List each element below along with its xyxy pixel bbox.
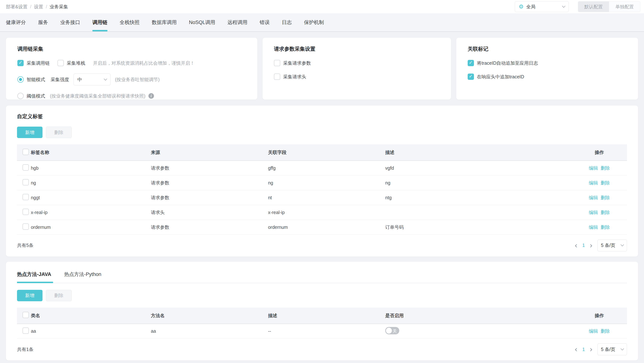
collect-trace-checkbox[interactable] <box>18 60 24 66</box>
cell-desc: -- <box>268 324 385 338</box>
delete-link[interactable]: 删除 <box>600 328 610 334</box>
chevron-down-icon <box>562 4 565 8</box>
column-header: 操作 <box>572 144 627 160</box>
tab-trace[interactable]: 调用链 <box>92 13 108 32</box>
cell-desc: ng <box>385 176 572 190</box>
card-title: 请求参数采集设置 <box>274 46 440 52</box>
next-page-icon[interactable]: › <box>590 242 592 249</box>
cell-tag-name: hgb <box>31 160 151 176</box>
collect-request-headers-label: 采集请求头 <box>283 74 306 80</box>
edit-link[interactable]: 编辑 <box>589 224 598 230</box>
tab-hot-methods-java[interactable]: 热点方法-JAVA <box>17 269 51 283</box>
page-number[interactable]: 1 <box>582 243 585 248</box>
delete-link[interactable]: 删除 <box>600 224 610 230</box>
threshold-mode-hint: (按业务健康度阈值采集全部错误和慢请求快照) <box>50 93 146 99</box>
add-tag-button[interactable]: 新增 <box>17 126 42 138</box>
smart-mode-radio[interactable] <box>18 76 24 82</box>
cell-field: ordernum <box>268 220 385 234</box>
edit-link[interactable]: 编辑 <box>589 210 598 216</box>
trace-collection-card: 调用链采集 采集调用链 采集堆栈 开启后，对系统资源消耗占比会增加，谨慎开启！ … <box>6 38 257 100</box>
cell-method-name: aa <box>151 324 268 338</box>
edit-link[interactable]: 编辑 <box>589 180 598 186</box>
cell-source: 请求头 <box>151 205 268 220</box>
scope-select[interactable]: ⚙ 全局 <box>515 1 569 12</box>
collect-stack-label: 采集堆栈 <box>67 60 85 66</box>
tab-hot-methods-python[interactable]: 热点方法-Python <box>64 269 101 283</box>
tab-error[interactable]: 错误 <box>260 13 270 32</box>
prev-page-icon[interactable]: ‹ <box>574 346 578 353</box>
column-header: 关联字段 <box>268 144 385 160</box>
enable-toggle[interactable]: 关 <box>385 327 399 334</box>
tab-protection[interactable]: 保护机制 <box>304 13 324 32</box>
delete-link[interactable]: 删除 <box>600 210 610 216</box>
strength-select[interactable]: 中 <box>74 74 110 86</box>
tab-remote-call[interactable]: 远程调用 <box>228 13 248 32</box>
column-header: 是否启用 <box>385 308 572 324</box>
cell-tag-name: ordernum <box>31 220 151 234</box>
default-config-button[interactable]: 默认配置 <box>578 1 609 12</box>
row-checkbox[interactable] <box>22 224 29 230</box>
tab-health-score[interactable]: 健康评分 <box>6 13 26 32</box>
prev-page-icon[interactable]: ‹ <box>574 242 578 249</box>
tab-database-call[interactable]: 数据库调用 <box>152 13 177 32</box>
append-traceid-header-label: 在响应头中追加traceID <box>477 74 524 80</box>
row-checkbox[interactable] <box>22 164 29 170</box>
select-all-checkbox[interactable] <box>22 149 29 155</box>
delete-link[interactable]: 删除 <box>600 165 610 171</box>
cell-field: x-real-ip <box>268 205 385 220</box>
edit-link[interactable]: 编辑 <box>589 328 598 334</box>
separate-config-button[interactable]: 单独配置 <box>609 1 640 12</box>
total-count: 共有1条 <box>17 346 34 352</box>
smart-mode-label: 智能模式 <box>26 76 45 82</box>
select-all-checkbox[interactable] <box>22 312 29 318</box>
collect-stack-checkbox[interactable] <box>58 60 64 66</box>
collect-trace-label: 采集调用链 <box>26 60 50 66</box>
row-checkbox[interactable] <box>22 328 29 334</box>
collect-request-params-checkbox[interactable] <box>274 60 280 66</box>
next-page-icon[interactable]: › <box>590 346 592 353</box>
delete-tag-button[interactable]: 删除 <box>46 126 72 138</box>
cell-desc: 订单号码 <box>385 220 572 234</box>
edit-link[interactable]: 编辑 <box>589 194 598 201</box>
cell-source: 请求参数 <box>151 160 268 176</box>
strength-select-value: 中 <box>78 76 82 82</box>
column-header: 描述 <box>268 308 385 324</box>
breadcrumb-item[interactable]: 设置 <box>34 4 43 10</box>
tab-business-api[interactable]: 业务接口 <box>60 13 80 32</box>
page-size-select[interactable]: 5 条/页 <box>598 240 627 251</box>
column-header: 描述 <box>385 144 572 160</box>
tab-fullstack-snapshot[interactable]: 全栈快照 <box>120 13 140 32</box>
chevron-down-icon <box>620 243 624 246</box>
append-traceid-log-checkbox[interactable] <box>468 60 474 66</box>
row-checkbox[interactable] <box>22 194 29 200</box>
delete-method-button[interactable]: 删除 <box>46 290 72 301</box>
gear-icon: ⚙ <box>519 4 524 10</box>
pagination: ‹ 1 › 5 条/页 <box>574 344 627 355</box>
table-row: ng 请求参数 ng ng 编辑 删除 <box>17 176 627 190</box>
append-traceid-header-checkbox[interactable] <box>468 74 474 80</box>
page-number[interactable]: 1 <box>582 347 585 352</box>
add-method-button[interactable]: 新增 <box>17 290 42 301</box>
delete-link[interactable]: 删除 <box>600 180 610 186</box>
scope-select-value: 全局 <box>526 4 560 10</box>
custom-tags-table: 标签名称 来源 关联字段 描述 操作 hgb 请求参数 gffg vgfd 编辑… <box>17 144 627 235</box>
cell-class-name: aa <box>31 324 151 338</box>
column-header: 方法名 <box>151 308 268 324</box>
tab-nosql-call[interactable]: NoSQL调用 <box>189 13 215 32</box>
tab-log[interactable]: 日志 <box>282 13 292 32</box>
info-icon[interactable]: i <box>148 93 154 99</box>
delete-link[interactable]: 删除 <box>600 194 610 201</box>
row-checkbox[interactable] <box>22 209 29 215</box>
threshold-mode-radio[interactable] <box>18 93 24 99</box>
edit-link[interactable]: 编辑 <box>589 165 598 171</box>
cell-desc: vgfd <box>385 160 572 176</box>
breadcrumb-item[interactable]: 部署&设置 <box>6 4 28 10</box>
tab-service[interactable]: 服务 <box>38 13 48 32</box>
page-size-select[interactable]: 5 条/页 <box>598 344 627 355</box>
total-count: 共有5条 <box>17 242 34 248</box>
collect-request-headers-checkbox[interactable] <box>274 74 280 80</box>
row-checkbox[interactable] <box>22 179 29 186</box>
top-header: 部署&设置 / 设置 / 业务采集 ⚙ 全局 默认配置 单独配置 <box>0 0 644 13</box>
threshold-mode-label: 阈值模式 <box>26 93 45 99</box>
chevron-down-icon <box>104 77 107 80</box>
